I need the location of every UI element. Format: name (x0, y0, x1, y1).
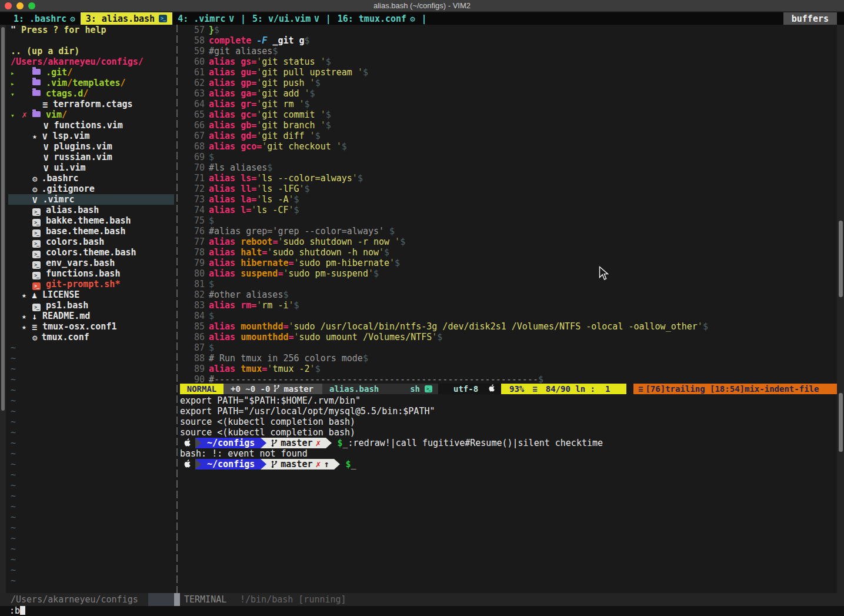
editor-line-86[interactable]: 86alias umounthdd='sudo umount /Volumes/… (180, 332, 837, 342)
tree-item-vim-[interactable]: ▾✗vim/ (0, 109, 175, 120)
line-number: 62 (180, 78, 205, 88)
tabline: 1: .bashrc⚙3: alias.bash>_4: .vimrcV|5: … (0, 12, 844, 25)
empty-line-tilde: ~ (0, 374, 175, 385)
editor-pane[interactable]: 57}$58complete -F _git g$59#git aliases$… (180, 25, 837, 385)
editor-line-58[interactable]: 58complete -F _git g$ (180, 35, 837, 46)
tree-item-label: vim (46, 109, 62, 120)
tree-item-russian.vim[interactable]: Vrussian.vim (0, 152, 175, 162)
chevron-down-icon[interactable]: ▾ (11, 111, 22, 121)
tree-item-label: .. (up a dir) (11, 46, 79, 56)
tab-1-.bashrc[interactable]: 1: .bashrc⚙ (8, 12, 81, 25)
editor-line-57[interactable]: 57}$ (180, 25, 837, 35)
tree-item-label: git-prompt.sh* (46, 279, 120, 289)
editor-line-61[interactable]: 61alias gu='git pull upstream '$ (180, 67, 837, 78)
editor-line-69[interactable]: 69$ (180, 152, 837, 162)
empty-line-tilde: ~ (0, 575, 175, 586)
folder-icon (32, 69, 41, 75)
window-separator[interactable] (176, 25, 178, 593)
editor-line-71[interactable]: 71alias ls='ls --color=always'$ (180, 173, 837, 184)
editor-line-72[interactable]: 72alias ll='ls -lFG'$ (180, 184, 837, 194)
tree-item-base.theme.bash[interactable]: >_base.theme.bash (0, 226, 175, 237)
tab-4-.vimrc[interactable]: 4: .vimrcV (172, 12, 239, 25)
tree-item-tmux.conf[interactable]: ⚙tmux.conf (0, 332, 175, 342)
editor-line-75[interactable]: 75$ (180, 215, 837, 226)
status-divider-handle[interactable] (174, 593, 180, 606)
tree-item-ps1.bash[interactable]: >_ps1.bash (0, 300, 175, 311)
editor-line-83[interactable]: 83alias rm='rm -i'$ (180, 300, 837, 311)
buffers-label[interactable]: buffers (783, 12, 837, 25)
editor-line-89[interactable]: 89alias tmux='tmux -2'$ (180, 364, 837, 374)
editor-line-68[interactable]: 68alias gco='git checkout '$ (180, 141, 837, 152)
command-line[interactable]: :b (0, 606, 844, 616)
tree-item-colors.theme.bash[interactable]: >_colors.theme.bash (0, 247, 175, 258)
editor-line-67[interactable]: 67alias gd='git diff '$ (180, 131, 837, 141)
editor-line-59[interactable]: 59#git aliases$ (180, 46, 837, 56)
editor-line-79[interactable]: 79alias hibernate='sudo pm-hibernate'$ (180, 258, 837, 268)
statusline: NORMAL +0 ~0 -0 master alias.bash sh >_ … (180, 384, 837, 394)
editor-line-87[interactable]: 87$ (180, 342, 837, 353)
tree-item-.vimrc[interactable]: V.vimrc (0, 194, 175, 205)
tree-item-terraform.ctags[interactable]: ≡terraform.ctags (0, 99, 175, 109)
editor-line-78[interactable]: 78alias halt='sudo shutdown -h now'$ (180, 247, 837, 258)
tab-16-tmux.conf[interactable]: 16: tmux.conf⚙ (332, 12, 421, 25)
editor-line-73[interactable]: 73alias la='ls -A'$ (180, 194, 837, 205)
powerline-separator (261, 459, 266, 470)
editor-line-63[interactable]: 63alias ga='git add '$ (180, 88, 837, 99)
editor-line-66[interactable]: 66alias gb='git branch '$ (180, 120, 837, 131)
editor-scrollbar-thumb[interactable] (839, 221, 843, 297)
tree-item-git-prompt.sh*[interactable]: >_git-prompt.sh* (0, 279, 175, 289)
editor-line-77[interactable]: 77alias reboot='sudo shutdown -r now '$ (180, 237, 837, 247)
line-number: 77 (180, 237, 205, 247)
tab-separator: | (239, 12, 247, 25)
editor-line-76[interactable]: 76#alias grep='grep --color=always' $ (180, 226, 837, 237)
editor-line-82[interactable]: 82#other aliases$ (180, 289, 837, 300)
empty-line-tilde: ~ (0, 501, 175, 512)
tab-5-v-ui.vim[interactable]: 5: v/ui.vimV (247, 12, 325, 25)
tree-item-.bashrc[interactable]: ⚙.bashrc (0, 173, 175, 184)
up-dir[interactable]: .. (up a dir) (0, 46, 175, 56)
chevron-down-icon[interactable]: ▾ (11, 89, 32, 100)
tree-root[interactable]: /Users/akarneyeu/configs/ (0, 56, 175, 67)
tree-item-label: russian.vim (54, 152, 112, 162)
tree-item-plugins.vim[interactable]: Vplugins.vim (0, 141, 175, 152)
tree-item-env-vars.bash[interactable]: >_env_vars.bash (0, 258, 175, 268)
editor-line-65[interactable]: 65alias gc='git commit '$ (180, 109, 837, 120)
line-number: 66 (180, 120, 205, 131)
tab-separator: | (325, 12, 332, 25)
tree-item-.vim-templates-[interactable]: ▸.vim/templates/ (0, 78, 175, 88)
tree-item-colors.bash[interactable]: >_colors.bash (0, 237, 175, 247)
tree-item-license[interactable]: ★♟LICENSE (0, 289, 175, 300)
editor-line-80[interactable]: 80alias suspend='sudo pm-suspend'$ (180, 268, 837, 279)
tree-item-bakke.theme.bash[interactable]: >_bakke.theme.bash (0, 215, 175, 226)
tree-item-.gitignore[interactable]: ⚙.gitignore (0, 184, 175, 194)
list-icon: ≡ (32, 322, 37, 332)
editor-line-70[interactable]: 70#ls aliases$ (180, 162, 837, 173)
editor-line-60[interactable]: 60alias gs='git status '$ (180, 56, 837, 67)
editor-line-64[interactable]: 64alias gr='git rm '$ (180, 99, 837, 109)
chevron-right-icon[interactable]: ▸ (11, 68, 32, 79)
tree-item-ui.vim[interactable]: Vui.vim (0, 162, 175, 173)
vim-icon: V (42, 131, 47, 142)
editor-line-74[interactable]: 74alias l='ls -CF'$ (180, 205, 837, 215)
editor-line-84[interactable]: 84$ (180, 311, 837, 321)
editor-line-88[interactable]: 88# Run tmux in 256 colors mode$ (180, 353, 837, 364)
tree-item-functions.bash[interactable]: >_functions.bash (0, 268, 175, 279)
tree-item-.git-[interactable]: ▸.git/ (0, 67, 175, 78)
editor-line-85[interactable]: 85alias mounthdd='sudo /usr/local/bin/nt… (180, 321, 837, 332)
line-number: 74 (180, 205, 205, 215)
terminal-pane[interactable]: export PATH="$PATH:$HOME/.rvm/bin"export… (180, 395, 837, 470)
chevron-right-icon[interactable]: ▸ (11, 79, 32, 89)
tree-item-alias.bash[interactable]: >_alias.bash (0, 205, 175, 215)
tree-item-label: tmux.conf (41, 332, 89, 342)
tree-item-ctags.d-[interactable]: ▾ctags.d/ (0, 88, 175, 99)
editor-line-62[interactable]: 62alias gp='git push '$ (180, 78, 837, 88)
editor-line-81[interactable]: 81$ (180, 279, 837, 289)
tree-item-functions.vim[interactable]: Vfunctions.vim (0, 120, 175, 131)
tree-item-readme.md[interactable]: ★↓README.md (0, 311, 175, 321)
tree-item-lsp.vim[interactable]: ★Vlsp.vim (0, 131, 175, 141)
editor-scrollbar-track[interactable] (837, 25, 844, 593)
powerline-separator (261, 438, 266, 448)
terminal-scrollbar-thumb[interactable] (839, 393, 843, 452)
tab-3-alias.bash[interactable]: 3: alias.bash>_ (81, 12, 172, 25)
tree-item-tmux-osx.conf1[interactable]: ★≡tmux-osx.conf1 (0, 321, 175, 332)
